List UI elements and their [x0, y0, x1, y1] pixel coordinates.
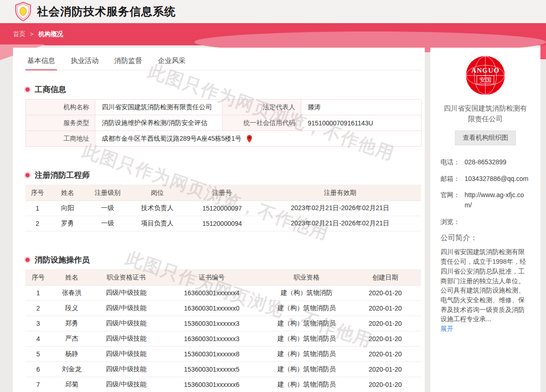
contact-value: 028-86532899: [465, 157, 530, 168]
cell: 建（构）筑物消防员: [264, 362, 349, 377]
tab-bar: 基本信息执业活动消防监督企业风采: [25, 55, 421, 70]
breadcrumb-current: 机构概况: [38, 31, 63, 37]
cell: 四级/中级技能: [93, 377, 160, 392]
cell: 2: [25, 216, 50, 231]
cell: 6: [25, 362, 51, 377]
contact-label: 邮箱：: [441, 174, 465, 184]
column-header: 姓名: [51, 270, 93, 286]
cell: 2020-01-20: [349, 316, 421, 331]
company-intro-title: 公司简介：: [441, 233, 530, 243]
app-header: 社会消防技术服务信息系统: [0, 0, 546, 23]
field-value: 四川省安国建筑消防检测有限责任公司: [95, 100, 223, 115]
engineers-table: 序号姓名注册级别岗位注册号注册有效期1向阳一级技术负责人151200000972…: [25, 185, 421, 231]
main-content-panel: 基本信息执业活动消防监督企业风采 工商信息 机构名称 四川省安国建筑消防检测有限…: [13, 48, 425, 392]
table-row: 4严杰四级/中级技能163600301xxxxxx3建（构）筑物消防员2020-…: [25, 331, 421, 347]
contact-value: http://www.ag-xfjc.com/: [465, 190, 530, 210]
contact-label: 浏览：: [441, 217, 465, 227]
cell: 四级/中级技能: [93, 301, 160, 316]
logo-text-cn: 安国: [477, 75, 494, 84]
cell: 张春洪: [51, 286, 93, 301]
table-row: 5杨静四级/中级技能153600301xxxxxx8建（构）筑物消防员2020-…: [25, 347, 421, 362]
cell: 段义: [51, 301, 93, 316]
cell: 技术负责人: [130, 201, 185, 216]
column-header: 注册级别: [86, 185, 130, 201]
breadcrumb-home-link[interactable]: 首页: [13, 31, 25, 37]
cell: 3: [25, 316, 51, 331]
section-title-business-info: 工商信息: [25, 84, 421, 95]
column-header: 注册号: [185, 185, 259, 201]
cell: 向阳: [50, 201, 86, 216]
tab-4[interactable]: 企业风采: [156, 55, 187, 70]
cell: 罗勇: [50, 216, 86, 231]
column-header: 岗位: [130, 185, 185, 201]
view-org-chart-button[interactable]: 查看机构组织图: [455, 131, 516, 145]
table-row: 2罗勇一级项目负责人151200000942023年02月21日-2026年02…: [25, 216, 421, 231]
cell: 2020-01-20: [349, 286, 421, 301]
table-row: 1张春洪四级/中级技能163600301xxxxxx4建（构）筑物消防2020-…: [25, 286, 421, 301]
tab-2[interactable]: 执业活动: [69, 55, 100, 70]
breadcrumb-banner: 首页 > 机构概况: [0, 23, 546, 45]
cell: 建（构）筑物消防员: [264, 331, 349, 347]
section-bullet-icon: [25, 258, 30, 262]
cell: 四级/中级技能: [93, 331, 160, 347]
contact-value: 1034327886@qq.com: [465, 174, 530, 184]
column-header: 序号: [25, 185, 50, 201]
map-pin-icon[interactable]: [246, 135, 253, 143]
address-text: 成都市金牛区羊西线蜀汉路289号A座45栋5楼1号: [102, 135, 242, 143]
company-intro-text: 四川省安国建筑消防检测有限责任公司，成立于1998年，经四川省公安消防总队批准，…: [441, 247, 530, 324]
field-label: 法定代表人: [223, 100, 301, 115]
section-bullet-icon: [25, 173, 30, 177]
cell: 163600301xxxxxx0: [160, 301, 264, 316]
cell: 建（构）筑物消防员: [264, 316, 349, 331]
table-row: 1向阳一级技术负责人151200000972023年02月21日-2026年02…: [25, 201, 421, 216]
cell: 四级/中级技能: [93, 286, 160, 301]
field-value: 滕涛: [301, 100, 422, 115]
operators-table: 序号姓名职业资格证书证书编号职业资格创建日期1张春洪四级/中级技能1636003…: [25, 269, 421, 392]
cell: 2023年02月21日-2026年02月21日: [259, 201, 421, 216]
cell: 153600301xxxxxx5: [160, 362, 264, 377]
table-row: 7邱菊四级/中级技能153600301xxxxxx6建（构）筑物消防员2020-…: [25, 377, 421, 392]
cell: 2023年02月21日-2026年02月21日: [259, 216, 421, 231]
contact-value: [465, 217, 530, 227]
cell: 四级/中级技能: [93, 347, 160, 362]
table-row: 3郑勇四级/中级技能153600301xxxxxx3建（构）筑物消防员2020-…: [25, 316, 421, 331]
expand-link[interactable]: 展开: [441, 325, 453, 333]
cell: 2020-01-20: [349, 347, 421, 362]
cell: 15120000097: [185, 201, 259, 216]
cell: 邱菊: [51, 377, 93, 392]
column-header: 创建日期: [349, 270, 421, 286]
cell: 2020-01-20: [349, 301, 421, 316]
cell: 163600301xxxxxx3: [160, 331, 264, 347]
cell: 一级: [86, 216, 130, 231]
table-row: 6刘金龙四级/中级技能153600301xxxxxx5建（构）筑物消防员2020…: [25, 362, 421, 377]
contact-label: 电话：: [441, 157, 465, 168]
field-label: 机构名称: [26, 100, 95, 115]
cell: 建（构）筑物消防员: [264, 301, 349, 316]
cell: 163600301xxxxxx4: [160, 286, 264, 301]
tab-1[interactable]: 基本信息: [25, 55, 57, 70]
contact-line: 邮箱：1034327886@qq.com: [441, 174, 530, 184]
breadcrumb: 首页 > 机构概况: [13, 30, 63, 38]
site-logo-shield-icon: [15, 2, 31, 21]
cell: 杨静: [51, 347, 93, 362]
contact-label: 官网：: [441, 190, 465, 210]
cell: 四级/中级技能: [93, 362, 160, 377]
field-label: 统一社会信用代码: [223, 115, 301, 131]
section-title-text: 消防设施操作员: [35, 255, 90, 265]
cell: 4: [25, 331, 51, 347]
cell: 153600301xxxxxx6: [160, 377, 264, 392]
tab-3[interactable]: 消防监督: [112, 55, 144, 70]
company-sidebar: ANGUO 安国 四川省安国建筑消防检测有限责任公司 查看机构组织图 电话：02…: [430, 48, 540, 392]
contact-line: 官网：http://www.ag-xfjc.com/: [441, 190, 530, 210]
section-title-text: 工商信息: [35, 84, 66, 95]
cell: 5: [25, 347, 51, 362]
right-edge-decoration: [540, 45, 546, 59]
section-title-operators: 消防设施操作员: [25, 255, 421, 265]
field-label: 服务类型: [26, 115, 95, 131]
cell: 刘金龙: [51, 362, 93, 377]
contact-line: 浏览：: [441, 217, 530, 227]
table-header-row: 序号姓名职业资格证书证书编号职业资格创建日期: [25, 270, 421, 286]
cell: 严杰: [51, 331, 93, 347]
section-title-text: 注册消防工程师: [35, 170, 90, 180]
cell: 一级: [86, 201, 130, 216]
